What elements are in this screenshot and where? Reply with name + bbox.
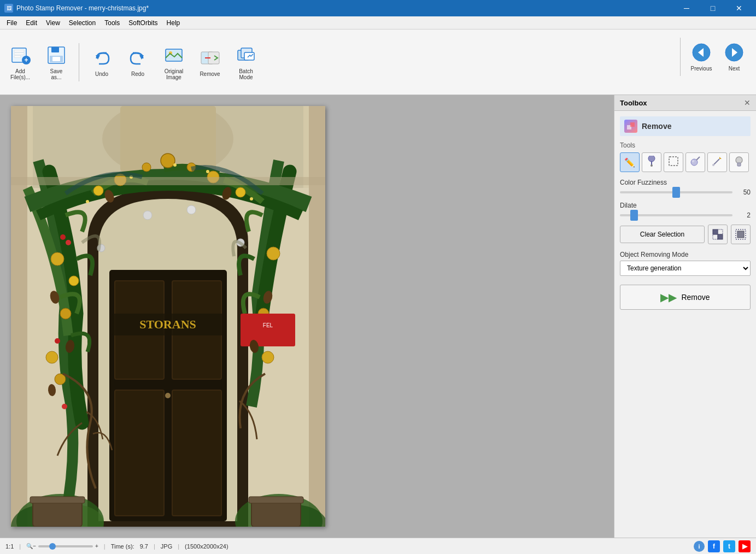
svg-point-88 <box>648 156 655 162</box>
add-file-label: Add File(s)... <box>10 68 30 80</box>
image-canvas: STORANS FEL <box>11 106 325 527</box>
svg-point-44 <box>55 338 60 344</box>
zoom-out-icon: 🔍− <box>26 543 36 549</box>
save-as-label: Save as... <box>50 68 63 80</box>
app-icon: 🖼 <box>4 4 13 13</box>
save-as-button[interactable]: Save as... <box>40 40 72 84</box>
redo-icon <box>127 47 149 69</box>
svg-point-55 <box>262 351 274 363</box>
svg-rect-100 <box>713 229 718 234</box>
svg-point-98 <box>736 157 742 163</box>
zoom-slider[interactable] <box>38 545 93 547</box>
selection-tool-button[interactable] <box>664 152 683 172</box>
svg-rect-58 <box>241 314 295 346</box>
image-format: JPG <box>161 543 172 550</box>
batch-mode-button[interactable]: Batch Mode <box>230 40 262 84</box>
svg-point-40 <box>69 276 79 286</box>
canvas-area[interactable]: STORANS FEL <box>0 95 614 538</box>
svg-rect-87 <box>630 122 635 127</box>
clear-selection-button[interactable]: Clear Selection <box>620 226 705 243</box>
svg-rect-35 <box>172 390 221 516</box>
title-bar: 🖼 Photo Stamp Remover - merry-christmas.… <box>0 0 756 16</box>
youtube-icon[interactable]: ▶ <box>739 540 751 552</box>
invert-selection-button[interactable] <box>708 225 728 244</box>
object-removing-mode-label: Object Removing Mode <box>620 251 751 258</box>
brush-tool-button[interactable] <box>642 152 661 172</box>
stamp-icon <box>734 156 745 169</box>
menu-tools[interactable]: Tools <box>100 18 124 28</box>
wand-tool-button[interactable] <box>707 152 727 172</box>
svg-point-90 <box>650 164 653 167</box>
wand-icon <box>712 156 723 169</box>
svg-rect-7 <box>51 47 59 52</box>
menu-edit[interactable]: Edit <box>21 18 42 28</box>
color-fuzziness-value: 50 <box>737 188 751 196</box>
svg-point-83 <box>173 163 177 167</box>
time-value: 9.7 <box>140 543 148 550</box>
svg-point-42 <box>60 234 66 240</box>
remove-action-button[interactable]: ▶▶ Remove <box>620 285 751 310</box>
maximize-button[interactable]: □ <box>700 0 725 16</box>
svg-point-39 <box>46 351 58 363</box>
main-area: STORANS FEL <box>0 95 756 538</box>
svg-point-84 <box>206 170 209 173</box>
brush-icon <box>646 156 657 169</box>
svg-line-94 <box>696 157 700 160</box>
status-social: i f t ▶ <box>694 540 751 552</box>
color-fuzziness-row: 50 <box>620 188 751 196</box>
toolbox-close-button[interactable]: ✕ <box>744 98 751 107</box>
dilate-slider[interactable] <box>620 214 732 216</box>
magic-wand-tool-button[interactable] <box>685 152 705 172</box>
svg-point-37 <box>51 252 64 266</box>
toolbox-panel: Toolbox ✕ Remove Tools ✏️ <box>614 95 756 538</box>
pencil-tool-button[interactable]: ✏️ <box>620 152 640 172</box>
svg-point-71 <box>187 205 196 214</box>
status-bar: 1:1 | 🔍− + | Time (s): 9.7 | JPG | (1500… <box>0 538 756 554</box>
status-sep-1: | <box>19 543 21 550</box>
close-button[interactable]: ✕ <box>726 0 752 16</box>
nav-separator <box>680 38 681 76</box>
menu-bar: File Edit View Selection Tools SoftOrbit… <box>0 16 756 30</box>
menu-selection[interactable]: Selection <box>65 18 100 28</box>
svg-text:+: + <box>24 56 28 64</box>
next-button[interactable]: Next <box>718 35 751 79</box>
svg-point-97 <box>712 164 714 166</box>
original-image-button[interactable]: Original Image <box>158 40 190 84</box>
magic-wand-icon <box>690 156 701 169</box>
menu-help[interactable]: Help <box>162 18 185 28</box>
menu-view[interactable]: View <box>42 18 65 28</box>
pencil-icon: ✏️ <box>624 157 635 168</box>
menu-softorbits[interactable]: SoftOrbits <box>124 18 162 28</box>
facebook-icon[interactable]: f <box>708 540 720 552</box>
redo-button[interactable]: Redo <box>122 40 154 84</box>
svg-point-47 <box>161 154 175 168</box>
svg-point-53 <box>267 247 280 260</box>
remove-toolbar-button[interactable]: Remove <box>194 40 226 84</box>
stamp-tool-button[interactable] <box>729 152 749 172</box>
object-removing-mode-select[interactable]: Texture generation Smart fill Blur <box>620 261 751 276</box>
info-icon[interactable]: i <box>694 541 705 552</box>
redo-label: Redo <box>131 71 144 77</box>
toolbar: + Add File(s)... Save as... Undo <box>0 30 756 95</box>
toolbar-sep-1 <box>79 43 79 81</box>
add-file-icon: + <box>9 44 31 66</box>
minimize-button[interactable]: ─ <box>674 0 699 16</box>
svg-point-49 <box>93 186 103 196</box>
undo-button[interactable]: Undo <box>86 40 118 84</box>
expand-selection-button[interactable] <box>731 225 751 244</box>
nav-buttons: Previous Next <box>680 35 751 79</box>
status-sep-3: | <box>154 543 155 550</box>
zoom-level: 1:1 <box>5 543 14 550</box>
menu-file[interactable]: File <box>2 18 21 28</box>
undo-label: Undo <box>95 71 108 77</box>
svg-point-43 <box>66 240 71 245</box>
twitter-icon[interactable]: t <box>723 540 735 552</box>
previous-button[interactable]: Previous <box>685 35 718 79</box>
color-fuzziness-slider[interactable] <box>620 191 732 193</box>
toolbox-header: Toolbox ✕ <box>614 95 756 111</box>
svg-text:FEL: FEL <box>263 322 273 328</box>
clear-selection-row: Clear Selection <box>620 225 751 244</box>
svg-point-70 <box>143 211 152 220</box>
add-file-button[interactable]: + Add File(s)... <box>4 40 36 84</box>
dilate-label: Dilate <box>620 202 751 209</box>
